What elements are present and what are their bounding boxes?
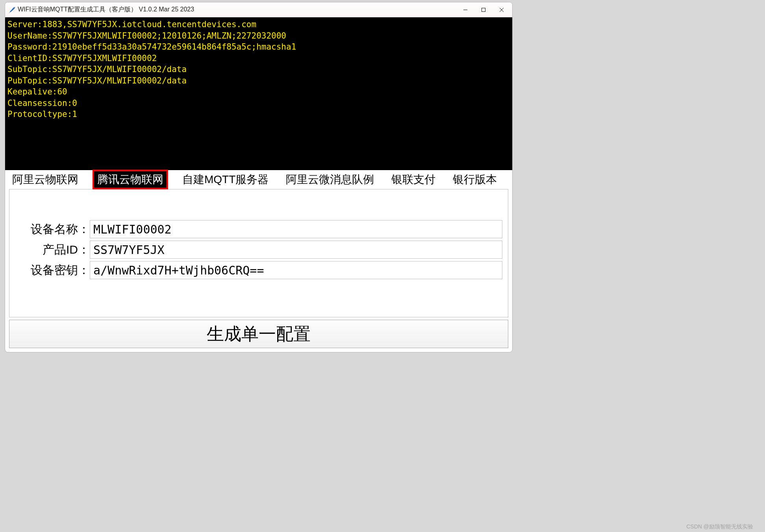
tab-aliyun-iot[interactable]: 阿里云物联网 xyxy=(9,171,82,188)
maximize-button[interactable] xyxy=(474,4,493,16)
row-device-name: 设备名称： xyxy=(15,220,502,238)
maximize-icon xyxy=(481,7,486,12)
form-panel: 设备名称： 产品ID： 设备密钥： xyxy=(9,189,508,317)
minimize-icon xyxy=(463,7,468,12)
generate-button[interactable]: 生成单一配置 xyxy=(9,320,508,348)
tab-unionpay[interactable]: 银联支付 xyxy=(388,171,439,188)
label-device-key: 设备密钥： xyxy=(15,262,90,278)
tab-tencent-iot[interactable]: 腾讯云物联网 xyxy=(93,170,168,189)
close-button[interactable] xyxy=(493,4,511,16)
minimize-button[interactable] xyxy=(456,4,474,16)
svg-rect-1 xyxy=(482,8,485,11)
console-output: Server:1883,SS7W7YF5JX.iotcloud.tencentd… xyxy=(5,17,512,170)
app-window: 🖊️ WIFI云音响MQTT配置生成工具（客户版） V1.0.2 Mar 25 … xyxy=(5,2,513,352)
watermark-text: CSDN @励颉智能无线实验 xyxy=(686,523,753,530)
close-icon xyxy=(499,7,504,12)
input-product-id[interactable] xyxy=(90,241,502,259)
tab-bar: 阿里云物联网 腾讯云物联网 自建MQTT服务器 阿里云微消息队例 银联支付 银行… xyxy=(5,170,512,189)
label-product-id: 产品ID： xyxy=(15,242,90,258)
label-device-name: 设备名称： xyxy=(15,221,90,237)
input-device-key[interactable] xyxy=(90,261,502,279)
titlebar: 🖊️ WIFI云音响MQTT配置生成工具（客户版） V1.0.2 Mar 25 … xyxy=(5,2,512,17)
tab-bank-version[interactable]: 银行版本 xyxy=(450,171,500,188)
app-icon: 🖊️ xyxy=(8,6,15,13)
tab-custom-mqtt[interactable]: 自建MQTT服务器 xyxy=(179,171,272,188)
row-device-key: 设备密钥： xyxy=(15,261,502,279)
row-product-id: 产品ID： xyxy=(15,241,502,259)
tab-aliyun-mq[interactable]: 阿里云微消息队例 xyxy=(283,171,377,188)
window-title: WIFI云音响MQTT配置生成工具（客户版） V1.0.2 Mar 25 202… xyxy=(18,6,194,14)
input-device-name[interactable] xyxy=(90,220,502,238)
